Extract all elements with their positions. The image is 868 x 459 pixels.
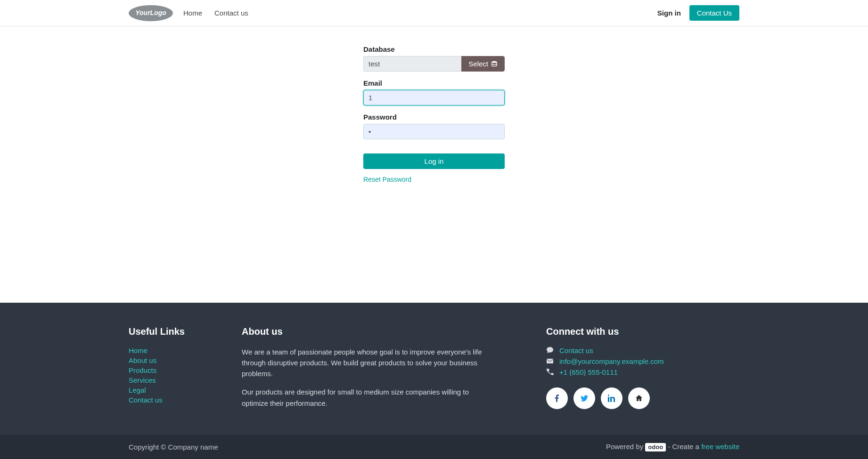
email-label: Email <box>363 79 505 87</box>
create-prefix: - Create a <box>668 443 701 451</box>
email-input[interactable] <box>363 90 505 105</box>
email-row: info@yourcompany.example.com <box>546 357 739 365</box>
footer-email-link[interactable]: info@yourcompany.example.com <box>559 357 664 365</box>
facebook-icon <box>553 395 561 402</box>
navbar: YourLogo Home Contact us Sign in Contact… <box>0 0 868 26</box>
database-select-label: Select <box>468 60 488 68</box>
social-row <box>546 387 739 409</box>
linkedin-button[interactable] <box>601 387 622 409</box>
login-form: Database Select Email Password <box>363 45 505 183</box>
email-group: Email <box>363 79 505 105</box>
password-label: Password <box>363 113 505 121</box>
nav-right: Sign in Contact Us <box>657 5 739 21</box>
password-group: Password <box>363 113 505 139</box>
envelope-icon <box>546 357 554 365</box>
twitter-icon <box>581 395 588 402</box>
home-icon <box>635 395 643 402</box>
main: Database Select Email Password <box>0 26 868 303</box>
login-button[interactable]: Log in <box>363 153 505 169</box>
footer-link-products[interactable]: Products <box>129 366 156 374</box>
facebook-button[interactable] <box>546 387 568 409</box>
database-label: Database <box>363 45 505 53</box>
powered-by: Powered by odoo - Create a free website <box>606 443 739 451</box>
chat-icon <box>546 346 554 354</box>
svg-point-2 <box>492 61 497 63</box>
twitter-button[interactable] <box>573 387 595 409</box>
database-input <box>363 56 461 72</box>
copyright-text: Copyright © Company name <box>129 443 218 451</box>
useful-links-title: Useful Links <box>129 326 232 337</box>
footer: Useful Links Home About us Products Serv… <box>0 303 868 459</box>
useful-links-col: Useful Links Home About us Products Serv… <box>129 326 232 416</box>
database-group: Database Select <box>363 45 505 72</box>
contact-us-row: Contact us <box>546 346 739 354</box>
database-select-button[interactable]: Select <box>461 56 505 72</box>
contact-us-button[interactable]: Contact Us <box>689 5 739 21</box>
about-title: About us <box>242 326 487 337</box>
footer-contact-link[interactable]: Contact us <box>559 346 593 354</box>
footer-phone[interactable]: +1 (650) 555-0111 <box>559 368 618 376</box>
home-social-button[interactable] <box>628 387 650 409</box>
password-input[interactable] <box>363 124 505 139</box>
reset-password-link[interactable]: Reset Password <box>363 176 411 183</box>
powered-by-text: Powered by <box>606 443 643 451</box>
footer-link-services[interactable]: Services <box>129 376 156 384</box>
phone-row: +1 (650) 555-0111 <box>546 368 739 376</box>
database-icon <box>491 61 498 67</box>
footer-link-contact[interactable]: Contact us <box>129 396 163 404</box>
footer-bottom: Copyright © Company name Powered by odoo… <box>0 435 868 459</box>
nav-contact[interactable]: Contact us <box>213 5 250 21</box>
odoo-badge[interactable]: odoo <box>645 443 666 451</box>
footer-link-legal[interactable]: Legal <box>129 386 146 394</box>
about-text-2: Our products are designed for small to m… <box>242 387 487 409</box>
footer-link-about[interactable]: About us <box>129 356 156 364</box>
footer-link-home[interactable]: Home <box>129 346 147 354</box>
phone-icon <box>546 368 554 376</box>
about-col: About us We are a team of passionate peo… <box>242 326 487 416</box>
logo[interactable]: YourLogo <box>129 4 173 23</box>
nav-home[interactable]: Home <box>181 5 204 21</box>
about-text-1: We are a team of passionate people whose… <box>242 346 487 379</box>
connect-title: Connect with us <box>546 326 739 337</box>
svg-rect-3 <box>547 359 553 363</box>
svg-text:YourLogo: YourLogo <box>135 9 166 16</box>
nav-left: YourLogo Home Contact us <box>129 4 250 23</box>
useful-links-list: Home About us Products Services Legal Co… <box>129 346 232 404</box>
linkedin-icon <box>608 395 615 402</box>
signin-link[interactable]: Sign in <box>657 9 681 17</box>
free-website-link[interactable]: free website <box>701 443 739 451</box>
connect-col: Connect with us Contact us info@yourcomp… <box>546 326 739 416</box>
